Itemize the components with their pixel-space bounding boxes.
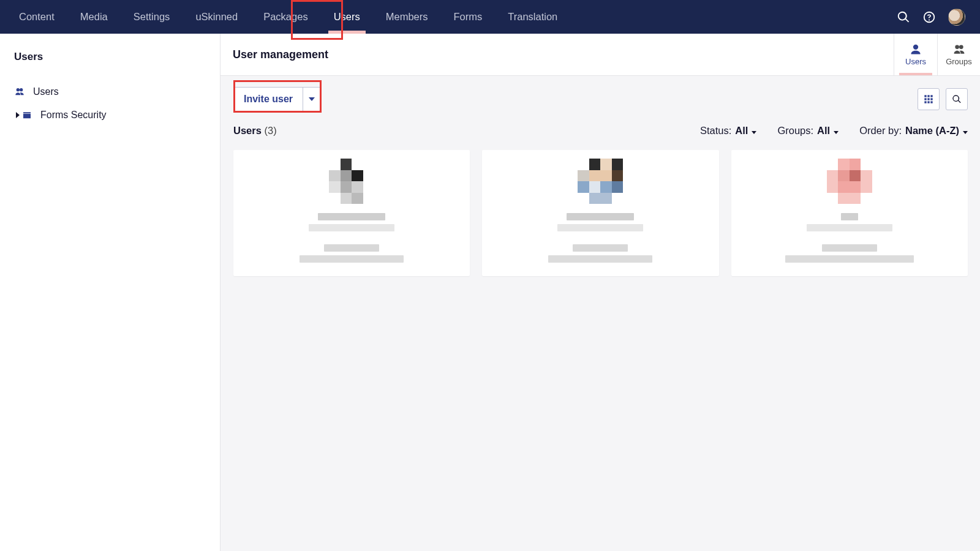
tab-label: Groups <box>946 57 972 66</box>
users-icon <box>952 43 967 57</box>
invite-user-dropdown[interactable] <box>303 88 320 111</box>
nav-label: Content <box>19 11 55 23</box>
folder-icon <box>21 109 33 121</box>
redacted-text <box>309 224 394 231</box>
search-icon[interactable] <box>897 10 910 24</box>
main-content: Invite user Users (3) Status: All Groups… <box>221 76 980 551</box>
user-card[interactable] <box>731 150 968 276</box>
expand-caret-icon[interactable] <box>15 112 21 118</box>
redacted-text <box>548 255 652 263</box>
svg-rect-5 <box>930 98 932 100</box>
svg-rect-3 <box>924 98 926 100</box>
svg-rect-8 <box>930 101 932 103</box>
top-navbar: Content Media Settings uSkinned Packages… <box>0 0 980 34</box>
user-icon <box>909 43 922 57</box>
sidebar-item-label: Forms Security <box>40 110 107 121</box>
user-avatar[interactable] <box>948 9 965 26</box>
redacted-text <box>300 255 404 263</box>
nav-label: Settings <box>134 11 170 23</box>
redacted-text <box>567 213 634 220</box>
user-avatar-redacted <box>827 159 872 204</box>
search-icon <box>952 94 962 104</box>
page-title: User management <box>233 48 328 61</box>
redacted-text <box>573 244 628 252</box>
filter-groups[interactable]: Groups: All <box>777 125 839 137</box>
user-card-grid <box>233 150 968 276</box>
filter-orderby[interactable]: Order by: Name (A-Z) <box>859 125 968 137</box>
sidebar-tree: Users Forms Security <box>0 80 220 127</box>
filter-status[interactable]: Status: All <box>700 125 756 137</box>
filter-value: All <box>817 125 830 137</box>
svg-rect-7 <box>927 101 929 103</box>
nav-settings[interactable]: Settings <box>121 0 183 34</box>
sidebar-item-users[interactable]: Users <box>0 80 220 103</box>
top-actions <box>897 9 974 26</box>
nav-label: Members <box>386 11 428 23</box>
redacted-text <box>822 244 877 252</box>
filter-value: All <box>735 125 748 137</box>
chevron-down-icon <box>963 131 968 134</box>
redacted-text <box>807 224 892 231</box>
nav-label: Packages <box>263 11 307 23</box>
tab-label: Users <box>905 57 926 66</box>
redacted-text <box>324 244 379 252</box>
help-icon[interactable] <box>922 10 936 24</box>
nav-packages[interactable]: Packages <box>251 0 320 34</box>
grid-icon <box>924 94 933 104</box>
subhead-tabs: Users Groups <box>894 34 980 75</box>
user-avatar-redacted <box>578 159 623 204</box>
nav-label: uSkinned <box>195 11 238 23</box>
nav-users[interactable]: Users <box>321 0 373 34</box>
search-users-button[interactable] <box>946 88 968 110</box>
filter-label: Groups: <box>777 125 813 137</box>
filters-row: Users (3) Status: All Groups: All Order … <box>233 125 968 137</box>
svg-rect-6 <box>924 101 926 103</box>
nav-label: Media <box>80 11 108 23</box>
sidebar: Users Users Forms Security <box>0 34 221 551</box>
users-count-label: Users <box>233 125 262 137</box>
chevron-down-icon <box>309 97 315 101</box>
svg-rect-0 <box>924 95 926 97</box>
user-avatar-redacted <box>329 159 374 204</box>
grid-view-button[interactable] <box>918 88 940 110</box>
svg-rect-1 <box>927 95 929 97</box>
nav-translation[interactable]: Translation <box>495 0 570 34</box>
user-card[interactable] <box>482 150 718 276</box>
redacted-text <box>841 213 858 220</box>
chevron-down-icon <box>752 131 756 134</box>
toolbar: Invite user <box>233 87 968 111</box>
nav-label: Forms <box>454 11 483 23</box>
sidebar-heading: Users <box>0 34 220 63</box>
invite-user-button[interactable]: Invite user <box>234 88 303 111</box>
redacted-text <box>318 213 385 220</box>
redacted-text <box>785 255 914 263</box>
nav-label: Users <box>334 11 360 23</box>
user-card[interactable] <box>233 150 470 276</box>
svg-rect-2 <box>930 95 932 97</box>
filter-label: Order by: <box>859 125 902 137</box>
nav-uskinned[interactable]: uSkinned <box>183 0 251 34</box>
users-count-value: (3) <box>264 125 276 137</box>
invite-user-splitbutton: Invite user <box>233 87 321 111</box>
nav-media[interactable]: Media <box>67 0 121 34</box>
filter-label: Status: <box>700 125 731 137</box>
chevron-down-icon <box>834 131 839 134</box>
sidebar-item-forms-security[interactable]: Forms Security <box>0 103 220 127</box>
redacted-text <box>557 224 643 231</box>
tab-users[interactable]: Users <box>894 34 937 75</box>
nav-forms[interactable]: Forms <box>441 0 496 34</box>
nav-members[interactable]: Members <box>373 0 441 34</box>
top-nav-list: Content Media Settings uSkinned Packages… <box>6 0 570 34</box>
svg-rect-4 <box>927 98 929 100</box>
tab-groups[interactable]: Groups <box>937 34 980 75</box>
sidebar-item-label: Users <box>33 86 59 97</box>
filter-value: Name (A-Z) <box>905 125 959 137</box>
users-icon <box>13 86 26 98</box>
nav-label: Translation <box>508 11 557 23</box>
nav-content[interactable]: Content <box>6 0 67 34</box>
